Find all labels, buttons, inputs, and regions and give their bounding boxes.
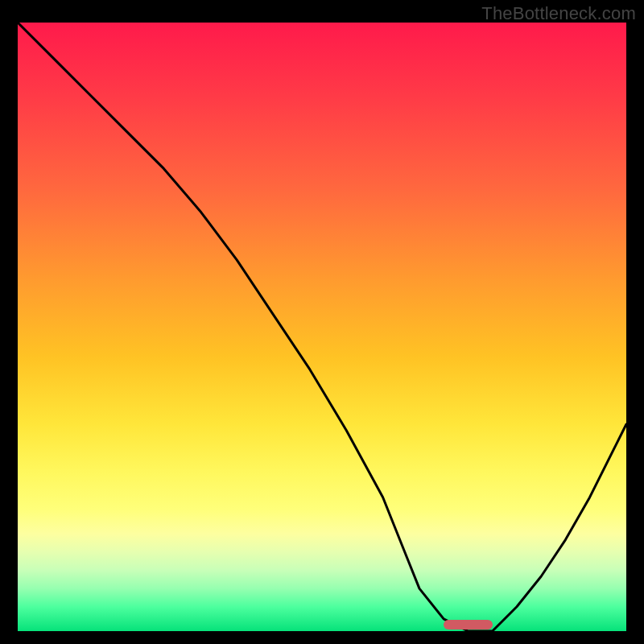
watermark-text: TheBottleneck.com bbox=[481, 3, 636, 24]
bottleneck-curve bbox=[18, 23, 626, 631]
curve-svg bbox=[18, 23, 626, 631]
chart-frame: TheBottleneck.com bbox=[0, 0, 644, 644]
optimal-region-marker bbox=[444, 620, 492, 630]
plot-area bbox=[18, 23, 626, 631]
